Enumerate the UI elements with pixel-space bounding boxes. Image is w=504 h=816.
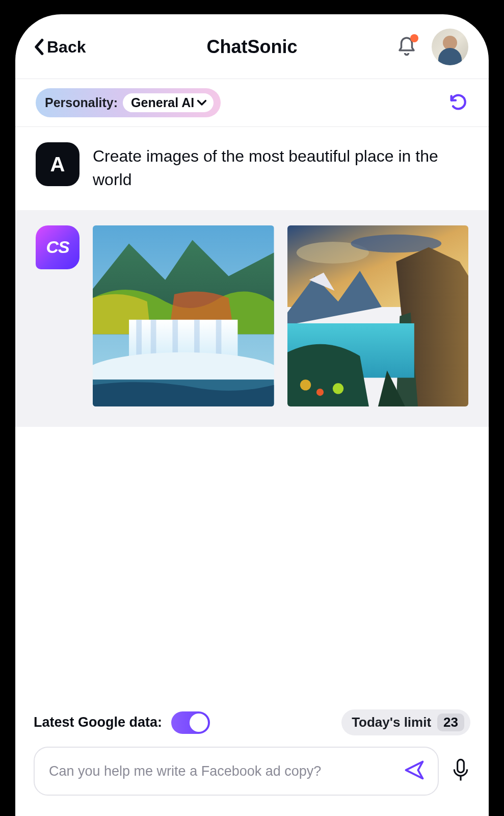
- reset-icon: [448, 92, 468, 112]
- generated-image-1[interactable]: [93, 225, 274, 407]
- notifications-button[interactable]: [396, 35, 417, 59]
- page-title: ChatSonic: [206, 36, 297, 58]
- google-data-row: Latest Google data:: [34, 711, 210, 734]
- chevron-left-icon: [34, 38, 44, 56]
- personality-value-chip: General AI: [123, 93, 214, 112]
- usage-limit-chip[interactable]: Today's limit 23: [341, 709, 470, 735]
- usage-limit-value: 23: [437, 713, 464, 731]
- profile-avatar[interactable]: [432, 29, 468, 65]
- generated-images: [93, 225, 468, 407]
- user-message-text: Create images of the most beautiful plac…: [93, 142, 468, 192]
- back-button[interactable]: Back: [34, 38, 86, 57]
- usage-limit-label: Today's limit: [352, 715, 431, 730]
- composer-options: Latest Google data: Today's limit 23: [34, 709, 470, 735]
- bot-avatar-label: CS: [46, 237, 69, 257]
- send-icon: [403, 759, 426, 781]
- personality-selector[interactable]: Personality: General AI: [36, 88, 221, 117]
- app-frame: Back ChatSonic Personality: General AI: [15, 14, 489, 816]
- user-avatar-initial: A: [50, 153, 65, 176]
- svg-point-14: [316, 389, 323, 396]
- composer: Latest Google data: Today's limit 23: [15, 709, 489, 816]
- personality-bar: Personality: General AI: [15, 79, 489, 127]
- send-button[interactable]: [403, 759, 426, 783]
- message-input[interactable]: [49, 763, 403, 779]
- bot-avatar: CS: [36, 225, 79, 269]
- reset-button[interactable]: [448, 92, 468, 114]
- user-message: A Create images of the most beautiful pl…: [15, 127, 489, 210]
- bot-message: CS: [15, 210, 489, 427]
- personality-label: Personality:: [45, 95, 118, 110]
- chevron-down-icon: [197, 99, 206, 107]
- microphone-icon: [451, 758, 470, 782]
- landscape-lake-cliff-icon: [287, 225, 469, 407]
- generated-image-2[interactable]: [287, 225, 469, 407]
- voice-input-button[interactable]: [451, 758, 470, 784]
- google-data-toggle[interactable]: [171, 711, 210, 734]
- personality-value: General AI: [131, 95, 194, 110]
- notification-dot-icon: [410, 34, 418, 42]
- user-avatar: A: [36, 142, 79, 186]
- google-data-label: Latest Google data:: [34, 715, 162, 730]
- input-row: [34, 747, 470, 796]
- back-label: Back: [47, 38, 86, 57]
- chat-thread: A Create images of the most beautiful pl…: [15, 127, 489, 709]
- svg-point-15: [332, 383, 343, 394]
- header-actions: [396, 29, 468, 65]
- message-input-box: [34, 747, 439, 796]
- svg-point-13: [300, 379, 310, 390]
- header: Back ChatSonic: [15, 14, 489, 79]
- svg-rect-16: [458, 759, 464, 772]
- landscape-waterfall-icon: [93, 225, 274, 407]
